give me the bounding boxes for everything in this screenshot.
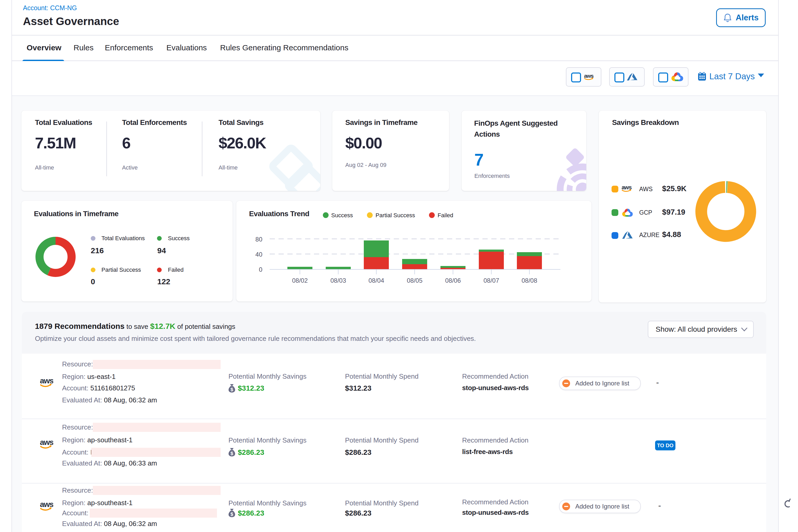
svg-text:08/02: 08/02 — [292, 277, 308, 284]
svg-text:08/04: 08/04 — [368, 277, 384, 284]
svg-text:08/05: 08/05 — [407, 277, 422, 284]
svg-text:08/06: 08/06 — [445, 277, 461, 284]
svg-text:$: $ — [230, 451, 233, 456]
svg-text:08/03: 08/03 — [330, 277, 346, 284]
svg-text:0: 0 — [259, 266, 262, 273]
svg-text:08/07: 08/07 — [483, 277, 499, 284]
svg-text:aws: aws — [40, 500, 53, 509]
svg-text:aws: aws — [40, 438, 53, 446]
svg-text:$: $ — [230, 387, 233, 392]
svg-text:40: 40 — [255, 251, 262, 258]
svg-text:80: 80 — [255, 236, 262, 243]
svg-text:08/08: 08/08 — [521, 277, 537, 284]
svg-text:$: $ — [230, 511, 233, 517]
svg-text:aws: aws — [40, 376, 53, 385]
